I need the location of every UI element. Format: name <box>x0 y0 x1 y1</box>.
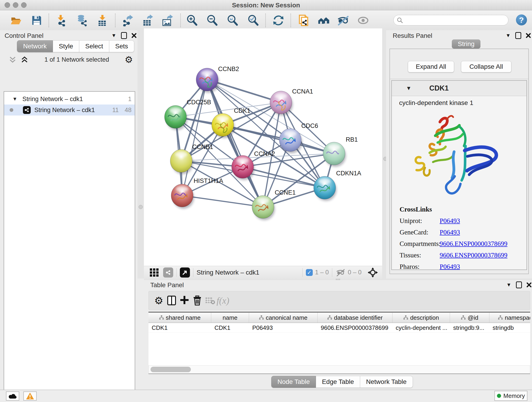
toolbar-separator <box>115 13 115 27</box>
zoom-selected-icon[interactable] <box>247 14 259 26</box>
table-cell[interactable]: CDK1 <box>148 323 211 332</box>
scrollbar-thumb[interactable] <box>151 367 191 372</box>
table-row[interactable]: CDK1CDK1P064939606.ENSP00000378699cyclin… <box>148 323 530 333</box>
table-settings-gear-icon[interactable]: ⚙ <box>152 294 165 307</box>
import-network-database-icon[interactable] <box>76 14 88 26</box>
show-columns-icon[interactable] <box>165 294 178 307</box>
column-header--id[interactable]: @id <box>450 313 489 323</box>
crosslink-link[interactable]: 9606.ENSP00000378699 <box>440 240 507 248</box>
tab-node-table[interactable]: Node Table <box>271 376 316 388</box>
help-button[interactable]: ? <box>516 14 527 26</box>
control-panel: Control Panel ▼ Network Style Select Set… <box>0 30 138 390</box>
copy-network-icon[interactable] <box>298 14 310 26</box>
left-splitter[interactable] <box>138 30 144 279</box>
column-namespace-icon <box>403 315 408 320</box>
crosslink-link[interactable]: P06493 <box>440 229 460 236</box>
table-cell[interactable]: 9606.ENSP00000378699 <box>317 323 393 332</box>
panel-close-icon[interactable] <box>526 281 532 288</box>
panel-close-icon[interactable] <box>525 32 532 39</box>
open-session-icon[interactable] <box>10 14 22 26</box>
column-header-shared-name[interactable]: shared name <box>148 313 211 323</box>
string-network-graph[interactable]: CCNB2CCNA1CDC25BCDK1CDC6RB1CCNB1CCNA2CDK… <box>144 28 382 266</box>
string-home-icon[interactable] <box>318 14 330 26</box>
table-horizontal-scrollbar[interactable] <box>148 365 530 374</box>
zoom-in-icon[interactable] <box>186 14 198 26</box>
collapse-all-button[interactable]: Collapse All <box>461 61 511 72</box>
horizontal-splitter[interactable] <box>144 279 532 280</box>
share-network-icon[interactable] <box>163 268 173 278</box>
expand-all-networks-icon[interactable] <box>20 55 29 64</box>
tab-select[interactable]: Select <box>79 40 109 52</box>
table-cell[interactable]: stringdb:9... <box>450 323 489 332</box>
node-CCNE1[interactable] <box>252 196 275 220</box>
memory-button[interactable]: Memory <box>494 391 527 401</box>
panel-close-icon[interactable] <box>131 32 138 39</box>
tab-edge-table[interactable]: Edge Table <box>316 376 360 388</box>
hide-selected-icon[interactable] <box>337 14 349 26</box>
selected-counts-checkbox-icon[interactable]: ✓ <box>306 269 313 276</box>
column-header-canonical-name[interactable]: canonical name <box>249 313 317 323</box>
refresh-icon[interactable] <box>272 14 284 26</box>
network-canvas[interactable]: CCNB2CCNA1CDC25BCDK1CDC6RB1CCNB1CCNA2CDK… <box>144 28 382 266</box>
show-all-icon[interactable] <box>357 14 369 26</box>
tab-style[interactable]: Style <box>53 40 79 52</box>
hidden-counts-eye-icon[interactable] <box>336 268 346 277</box>
import-table-file-icon[interactable] <box>96 14 108 26</box>
panel-maximize-icon[interactable] <box>515 281 522 288</box>
crosslink-link[interactable]: 9606.ENSP00000378699 <box>440 251 507 259</box>
cloud-sync-button[interactable] <box>6 391 19 401</box>
toolbar-separator <box>180 13 181 27</box>
delete-column-icon[interactable] <box>191 294 204 307</box>
tab-sets[interactable]: Sets <box>109 40 134 52</box>
create-column-icon[interactable] <box>178 294 191 307</box>
zoom-out-icon[interactable] <box>206 14 218 26</box>
node-CDKN1A[interactable] <box>314 176 336 201</box>
network-collection-row[interactable]: ▼ String Network – cdk1 1 <box>4 94 135 104</box>
search-input[interactable] <box>405 17 508 24</box>
entry-collapse-icon[interactable]: ▼ <box>406 85 412 91</box>
crosslink-link[interactable]: P06493 <box>440 217 460 225</box>
export-network-icon[interactable] <box>122 14 134 26</box>
export-image-icon[interactable] <box>161 14 173 26</box>
node-RB1[interactable] <box>323 142 346 167</box>
node-CCNA2[interactable] <box>232 155 254 180</box>
network-options-gear-icon[interactable]: ⚙ <box>125 54 133 65</box>
save-session-icon[interactable] <box>31 14 43 26</box>
fit-content-crosshair-icon[interactable] <box>367 267 378 278</box>
node-table[interactable]: shared namenamecanonical namedatabase id… <box>148 312 530 374</box>
warnings-button[interactable] <box>23 391 37 401</box>
birdseye-grid-icon[interactable] <box>149 268 159 278</box>
node-CCNA1[interactable] <box>270 91 293 116</box>
left-splitter-handle[interactable] <box>139 205 143 209</box>
column-header-name[interactable]: name <box>211 313 249 323</box>
node-CDK1[interactable] <box>212 114 234 138</box>
import-network-file-icon[interactable] <box>55 14 67 26</box>
expand-all-button[interactable]: Expand All <box>408 61 454 72</box>
column-header-namespace[interactable]: namespace <box>489 313 530 323</box>
panel-float-icon[interactable]: ▼ <box>505 32 512 39</box>
warning-icon <box>26 393 34 400</box>
table-cell[interactable]: stringdb <box>489 323 530 332</box>
export-table-icon[interactable] <box>142 14 154 26</box>
table-cell[interactable]: cyclin-dependent ... <box>393 323 450 332</box>
panel-maximize-icon[interactable] <box>515 32 522 39</box>
node-CDC25B[interactable] <box>165 105 187 130</box>
node-HIST1H1A[interactable] <box>171 184 194 209</box>
search-field[interactable] <box>393 15 508 26</box>
crosslink-link[interactable]: P06493 <box>440 263 460 270</box>
panel-maximize-icon[interactable] <box>120 32 127 39</box>
column-header-description[interactable]: description <box>393 313 450 323</box>
tab-string[interactable]: String <box>452 39 481 49</box>
zoom-fit-icon[interactable] <box>227 14 239 26</box>
column-header-database-identifier[interactable]: database identifier <box>317 313 393 323</box>
tab-network-table[interactable]: Network Table <box>360 376 413 388</box>
tab-network[interactable]: Network <box>17 40 53 52</box>
network-row-selected[interactable]: String Network – cdk1 11 48 <box>4 104 135 115</box>
panel-float-icon[interactable]: ▼ <box>505 281 512 288</box>
collection-expand-icon[interactable]: ▼ <box>12 96 17 102</box>
table-cell[interactable]: CDK1 <box>211 323 249 332</box>
open-in-window-icon[interactable] <box>180 268 190 278</box>
collapse-all-networks-icon[interactable] <box>8 55 17 64</box>
table-cell[interactable]: P06493 <box>249 323 317 332</box>
panel-float-icon[interactable]: ▼ <box>110 32 117 39</box>
